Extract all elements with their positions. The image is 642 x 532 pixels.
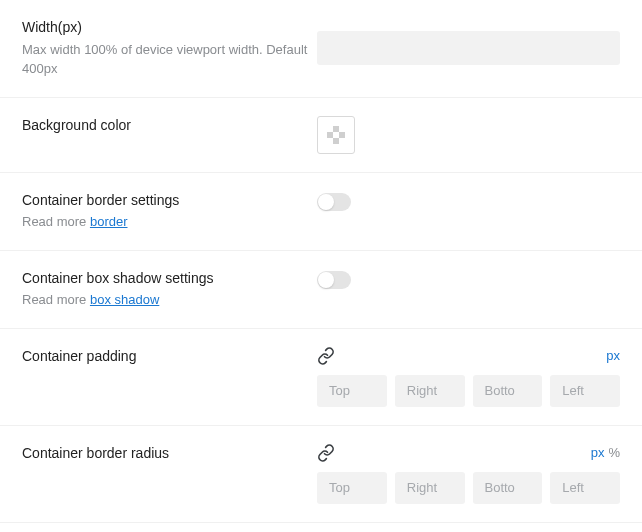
row-width: Width(px) Max width 100% of device viewp… (0, 0, 642, 98)
border-hint: Read more border (22, 212, 317, 232)
padding-quad: px (317, 347, 620, 407)
radius-bottom[interactable] (473, 472, 543, 504)
padding-units: px (606, 348, 620, 363)
boxshadow-hint: Read more box shadow (22, 290, 317, 310)
row-radius: Container border radius px% (0, 426, 642, 523)
boxshadow-label: Container box shadow settings (22, 269, 317, 289)
radius-right[interactable] (395, 472, 465, 504)
padding-left[interactable] (550, 375, 620, 407)
radius-unit-px[interactable]: px (591, 445, 605, 460)
boxshadow-label-wrap: Container box shadow settings Read more … (22, 269, 317, 310)
padding-right[interactable] (395, 375, 465, 407)
padding-head: px (317, 347, 620, 365)
border-label: Container border settings (22, 191, 317, 211)
border-hint-link[interactable]: border (90, 214, 128, 229)
boxshadow-hint-link[interactable]: box shadow (90, 292, 159, 307)
width-hint: Max width 100% of device viewport width.… (22, 40, 317, 79)
border-label-wrap: Container border settings Read more bord… (22, 191, 317, 232)
width-input[interactable] (317, 31, 620, 65)
boxshadow-toggle[interactable] (317, 271, 351, 289)
row-boxshadow: Container box shadow settings Read more … (0, 251, 642, 329)
padding-unit-px[interactable]: px (606, 348, 620, 363)
width-control (317, 31, 620, 65)
padding-label: Container padding (22, 347, 317, 367)
radius-unit-pct[interactable]: % (608, 445, 620, 460)
radius-units: px% (591, 445, 620, 460)
border-hint-prefix: Read more (22, 214, 90, 229)
boxshadow-control (317, 269, 620, 289)
width-label: Width(px) (22, 18, 317, 38)
padding-control: px (317, 347, 620, 407)
padding-label-wrap: Container padding (22, 347, 317, 367)
radius-top[interactable] (317, 472, 387, 504)
radius-label: Container border radius (22, 444, 317, 464)
padding-inputs (317, 375, 620, 407)
border-control (317, 191, 620, 211)
link-icon[interactable] (317, 347, 335, 365)
bgcolor-control (317, 116, 620, 154)
border-toggle[interactable] (317, 193, 351, 211)
radius-head: px% (317, 444, 620, 462)
link-icon[interactable] (317, 444, 335, 462)
transparent-icon (327, 126, 345, 144)
bgcolor-swatch[interactable] (317, 116, 355, 154)
radius-control: px% (317, 444, 620, 504)
bgcolor-label: Background color (22, 116, 317, 136)
radius-quad: px% (317, 444, 620, 504)
padding-top[interactable] (317, 375, 387, 407)
width-label-wrap: Width(px) Max width 100% of device viewp… (22, 18, 317, 79)
row-padding: Container padding px (0, 329, 642, 426)
radius-label-wrap: Container border radius (22, 444, 317, 464)
row-border: Container border settings Read more bord… (0, 173, 642, 251)
row-bgcolor: Background color (0, 98, 642, 173)
boxshadow-hint-prefix: Read more (22, 292, 90, 307)
padding-bottom[interactable] (473, 375, 543, 407)
radius-inputs (317, 472, 620, 504)
bgcolor-label-wrap: Background color (22, 116, 317, 136)
radius-left[interactable] (550, 472, 620, 504)
